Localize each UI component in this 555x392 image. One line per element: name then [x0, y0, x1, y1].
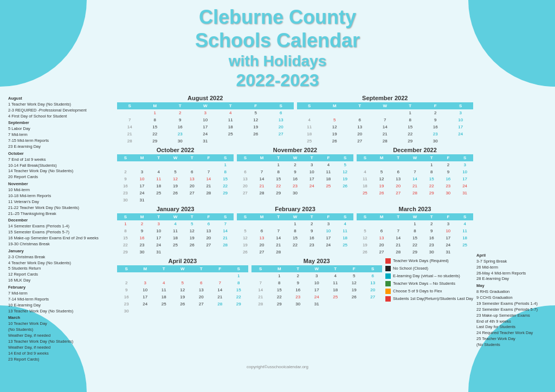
- calendar-day: 9: [304, 227, 320, 234]
- calendar-day: 12: [357, 234, 373, 241]
- calendar-day: 25: [297, 138, 322, 145]
- calendar-day: 28: [217, 241, 234, 249]
- calendar-may-2023: May 2023SMTWTFS1234567891011121314151617…: [251, 258, 383, 308]
- calendar-day: 18: [154, 293, 173, 300]
- calendar-day: [184, 161, 201, 168]
- calendar-day: [117, 272, 136, 279]
- note-item: 16 MLK Day: [8, 278, 114, 284]
- calendar-row-1: August 2022SMTWTFS1234567891011121314151…: [117, 95, 473, 145]
- calendar-day: 8: [117, 227, 134, 234]
- day-header: T: [398, 102, 423, 109]
- calendar-day: 11: [218, 116, 243, 123]
- day-header: S: [117, 265, 136, 272]
- calendar-day: 19: [173, 293, 192, 300]
- calendar-day: 28: [211, 300, 230, 308]
- day-header: T: [218, 102, 243, 109]
- calendar-day: 5: [337, 161, 353, 168]
- day-header: T: [184, 213, 201, 220]
- calendar-day: [322, 109, 347, 116]
- calendar-day: 2: [304, 220, 320, 227]
- note-item: 4 Teacher Work Day (No Students): [8, 260, 114, 266]
- day-header: S: [337, 213, 353, 220]
- calendar-day: 19: [184, 234, 201, 241]
- calendar-day: [390, 220, 406, 227]
- calendar-day: 6: [373, 227, 390, 234]
- calendar-day: 8: [143, 116, 168, 123]
- calendar-day: 9: [423, 116, 448, 123]
- calendar-day: 23: [289, 293, 308, 300]
- calendar-day: 6: [364, 272, 383, 279]
- calendar-day: 18: [150, 182, 167, 190]
- legend-color-box: [385, 281, 391, 286]
- calendar-day: 9: [134, 227, 151, 234]
- calendar-table-february_2023: SMTWTFS123456789101112131415161718192021…: [237, 213, 353, 256]
- calendar-day: 22: [398, 130, 423, 138]
- legend-color-box: [385, 289, 391, 294]
- calendar-day: 4: [154, 279, 173, 286]
- note-item: 23 Make-up Semester Exams: [476, 313, 547, 319]
- day-header: S: [448, 102, 474, 109]
- calendar-day: [211, 308, 230, 315]
- calendar-day: 19: [167, 182, 184, 190]
- calendar-day: 6: [254, 227, 270, 234]
- day-header: S: [117, 154, 134, 161]
- day-header: M: [322, 102, 347, 109]
- calendar-day: 29: [270, 300, 289, 308]
- day-header: S: [117, 213, 134, 220]
- calendar-day: [237, 161, 254, 168]
- calendar-day: 29: [117, 249, 134, 256]
- calendar-table-april_2023: SMTWTFS123456789101112131415161718192021…: [117, 265, 248, 315]
- calendar-day: 27: [347, 138, 373, 145]
- day-header: F: [211, 265, 230, 272]
- calendar-day: 20: [347, 130, 373, 138]
- calendar-day: 4: [218, 109, 243, 116]
- calendar-day: 9: [117, 286, 136, 293]
- calendar-day: 4: [167, 220, 184, 227]
- calendar-day: 3: [448, 109, 474, 116]
- calendar-day: 2: [289, 272, 308, 279]
- calendar-day: 12: [322, 123, 347, 130]
- calendar-table-november_2022: SMTWTFS123456789101112131415161718192021…: [237, 154, 353, 197]
- legend-label: Students 1st Day(Return)/Students Last D…: [393, 296, 473, 302]
- calendar-title-april_2023: April 2023: [117, 258, 248, 264]
- calendar-day: 26: [373, 190, 390, 197]
- calendar-day: 24: [134, 190, 151, 197]
- calendar-day: 26: [243, 130, 269, 138]
- calendar-day: 23: [117, 190, 134, 197]
- day-header: W: [406, 213, 423, 220]
- calendar-day: 21: [390, 241, 406, 249]
- calendar-day: 1: [398, 109, 423, 116]
- calendar-day: 7: [254, 168, 270, 175]
- calendar-day: [184, 197, 201, 204]
- day-header: W: [167, 154, 184, 161]
- calendar-day: 16: [287, 175, 304, 182]
- calendar-day: [167, 249, 184, 256]
- day-header: F: [320, 154, 337, 161]
- calendar-day: 27: [201, 241, 217, 249]
- calendar-day: 23: [440, 182, 457, 190]
- day-header: M: [373, 154, 390, 161]
- calendar-day: 12: [345, 279, 364, 286]
- calendar-day: 7: [270, 227, 287, 234]
- note-item: 20 Report Cards: [8, 174, 114, 180]
- calendar-day: [287, 249, 304, 256]
- calendar-day: 17: [456, 175, 473, 182]
- calendar-day: 20: [237, 182, 254, 190]
- calendar-day: [173, 308, 192, 315]
- calendar-day: 30: [440, 190, 457, 197]
- calendar-day: 24: [320, 241, 337, 249]
- calendar-day: [456, 249, 473, 256]
- calendar-day: 23: [117, 300, 136, 308]
- calendar-day: 8: [423, 168, 440, 175]
- calendar-day: 11: [167, 227, 184, 234]
- calendar-day: 27: [192, 300, 211, 308]
- day-header: W: [287, 154, 304, 161]
- calendar-day: 24: [193, 130, 218, 138]
- calendar-day: 8: [270, 168, 287, 175]
- calendar-day: 29: [217, 190, 234, 197]
- calendar-day: [218, 138, 243, 145]
- calendar-day: 11: [326, 279, 345, 286]
- calendar-day: 21: [217, 234, 234, 241]
- calendar-day: 28: [406, 190, 423, 197]
- calendar-day: 27: [390, 190, 406, 197]
